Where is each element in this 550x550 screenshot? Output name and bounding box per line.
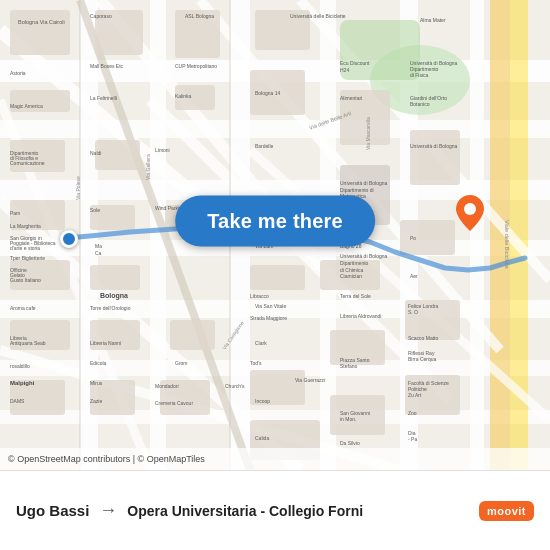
svg-text:CUP Metropolitano: CUP Metropolitano <box>175 63 217 69</box>
svg-text:Cremeria Cavour: Cremeria Cavour <box>155 400 193 406</box>
svg-text:di Fisica: di Fisica <box>410 72 429 78</box>
svg-rect-35 <box>95 140 140 170</box>
svg-text:Bologna: Bologna <box>100 292 128 300</box>
svg-text:Università di Bologna: Università di Bologna <box>340 253 387 259</box>
svg-text:Kalinka: Kalinka <box>175 93 192 99</box>
svg-rect-27 <box>340 20 420 80</box>
svg-text:Stefano: Stefano <box>340 363 357 369</box>
svg-text:Pam: Pam <box>10 210 20 216</box>
svg-text:Alma Mater: Alma Mater <box>420 17 446 23</box>
destination-label: Opera Universitaria - Collegio Forni <box>127 503 479 519</box>
svg-text:Zoo: Zoo <box>408 410 417 416</box>
svg-text:Malpighi: Malpighi <box>10 380 35 386</box>
svg-rect-45 <box>90 265 140 290</box>
svg-text:Caporaso: Caporaso <box>90 13 112 19</box>
svg-text:ASL Bologna: ASL Bologna <box>185 13 214 19</box>
svg-text:Via San Vitale: Via San Vitale <box>255 303 286 309</box>
svg-text:Bologna 14: Bologna 14 <box>255 90 281 96</box>
svg-text:Dipartimento: Dipartimento <box>340 260 369 266</box>
svg-point-164 <box>464 203 476 215</box>
svg-text:Aroma cafe: Aroma cafe <box>10 305 36 311</box>
svg-rect-48 <box>170 320 215 350</box>
svg-text:Ca: Ca <box>95 250 102 256</box>
svg-text:Astoria: Astoria <box>10 70 26 76</box>
svg-text:Magic America: Magic America <box>10 103 43 109</box>
svg-text:Strada Maggiore: Strada Maggiore <box>250 315 287 321</box>
svg-text:Sole: Sole <box>90 207 100 213</box>
svg-rect-51 <box>400 220 455 255</box>
map-view: Bologna Via Cairoli Caporaso ASL Bologna… <box>0 0 550 470</box>
svg-text:Birra Cerqua: Birra Cerqua <box>408 356 437 362</box>
svg-text:Gusto Italiano: Gusto Italiano <box>10 277 41 283</box>
svg-text:Antiquaria Seab: Antiquaria Seab <box>10 340 46 346</box>
svg-text:La Margherita: La Margherita <box>10 223 41 229</box>
svg-text:S. O: S. O <box>408 309 418 315</box>
origin-marker <box>60 230 78 248</box>
svg-text:Incoop: Incoop <box>255 398 270 404</box>
svg-rect-49 <box>250 265 305 290</box>
svg-text:Ma: Ma <box>95 243 102 249</box>
svg-text:Ciamician: Ciamician <box>340 273 362 279</box>
svg-text:H24: H24 <box>340 67 349 73</box>
svg-text:Via Polese: Via Polese <box>75 176 81 200</box>
svg-text:Terra del Sole: Terra del Sole <box>340 293 371 299</box>
svg-text:Libreria Aldrovandi: Libreria Aldrovandi <box>340 313 381 319</box>
svg-text:Grom: Grom <box>175 360 188 366</box>
bottom-bar: Ugo Bassi → Opera Universitaria - Colleg… <box>0 470 550 550</box>
svg-text:Aer: Aer <box>410 273 418 279</box>
svg-text:Clark: Clark <box>255 340 267 346</box>
svg-text:Mall Boxes Etc: Mall Boxes Etc <box>90 63 124 69</box>
svg-text:Da Silvio: Da Silvio <box>340 440 360 446</box>
svg-text:Calida: Calida <box>255 435 269 441</box>
svg-text:Mondadori: Mondadori <box>155 383 179 389</box>
svg-text:Zu Art: Zu Art <box>408 392 422 398</box>
svg-text:Tper Biglietterie: Tper Biglietterie <box>10 255 45 261</box>
svg-text:Mirus: Mirus <box>90 380 103 386</box>
svg-text:Torre dell'Orologio: Torre dell'Orologio <box>90 305 131 311</box>
svg-text:Po: Po <box>410 235 416 241</box>
svg-text:d'arte e storia: d'arte e storia <box>10 245 40 251</box>
svg-text:Libracco: Libracco <box>250 293 269 299</box>
svg-text:Naldi: Naldi <box>90 150 101 156</box>
svg-text:Scacco Matto: Scacco Matto <box>408 335 439 341</box>
svg-text:Tod's: Tod's <box>250 360 262 366</box>
svg-text:Via Guerrazzi: Via Guerrazzi <box>295 377 325 383</box>
moovit-wordmark: moovit <box>479 501 534 521</box>
svg-text:in Mon.: in Mon. <box>340 416 356 422</box>
svg-text:Bardelle: Bardelle <box>255 143 274 149</box>
origin-label: Ugo Bassi <box>16 502 89 519</box>
svg-text:Church's: Church's <box>225 383 245 389</box>
destination-marker <box>456 195 484 231</box>
svg-text:Università delle Biciclette: Università delle Biciclette <box>290 13 346 19</box>
svg-rect-43 <box>410 130 460 185</box>
svg-text:Comunicazione: Comunicazione <box>10 160 45 166</box>
take-me-there-button[interactable]: Take me there <box>175 195 375 246</box>
svg-text:DAMS: DAMS <box>10 398 25 404</box>
svg-text:rosaldillo: rosaldillo <box>10 363 30 369</box>
svg-text:Università di Bologna: Università di Bologna <box>410 143 457 149</box>
svg-text:Ecu Discount: Ecu Discount <box>340 60 370 66</box>
map-attribution: © OpenStreetMap contributors | © OpenMap… <box>0 448 550 470</box>
svg-text:Viale delle Biciclette: Viale delle Biciclette <box>504 220 510 269</box>
svg-text:Libreria Nanni: Libreria Nanni <box>90 340 121 346</box>
svg-text:Via Mascarella: Via Mascarella <box>365 117 371 150</box>
svg-text:Limoni: Limoni <box>155 147 170 153</box>
svg-text:- Pa: - Pa <box>408 436 417 442</box>
moovit-logo: moovit <box>479 501 534 521</box>
svg-text:Edicola: Edicola <box>90 360 107 366</box>
svg-text:Università di Bologna: Università di Bologna <box>340 180 387 186</box>
svg-text:Via Galliera: Via Galliera <box>145 154 151 180</box>
svg-text:Alimentari: Alimentari <box>340 95 362 101</box>
route-arrow-icon: → <box>99 500 117 521</box>
svg-rect-28 <box>10 10 70 55</box>
svg-text:La Feltrinelli: La Feltrinelli <box>90 95 117 101</box>
route-info: Ugo Bassi → Opera Universitaria - Colleg… <box>16 500 479 521</box>
svg-text:Botanico: Botanico <box>410 101 430 107</box>
svg-text:Bologna Via Cairoli: Bologna Via Cairoli <box>18 19 65 25</box>
svg-rect-13 <box>470 0 484 470</box>
svg-text:Zazie: Zazie <box>90 398 102 404</box>
